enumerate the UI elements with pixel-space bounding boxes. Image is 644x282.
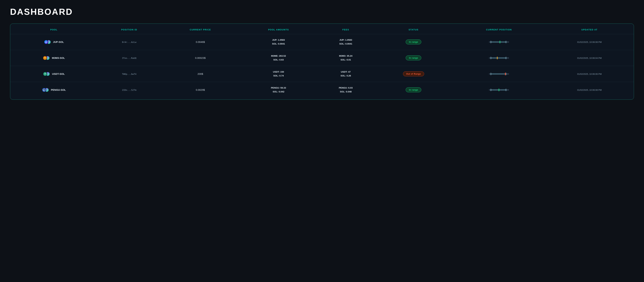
updated-at-2: 01/02/2025, 10:06:06 PM: [545, 66, 634, 82]
pool-amounts-1: M3ME: 263.52 SOL: 0.63: [240, 50, 317, 66]
col-status: STATUS: [374, 25, 453, 34]
pool-amounts-3: PENGU: 59.33 SOL: 0.042: [240, 82, 317, 98]
current-position-0: [453, 34, 545, 50]
fees-1: M3M3: 35.24 SOL: 0.01: [317, 50, 374, 66]
col-pool-amounts: POOL AMOUNTS: [240, 25, 317, 34]
page-title: DASHBOARD: [10, 7, 634, 17]
current-price-3: 0.0029$: [161, 82, 240, 98]
position-id-3: 2IDx...52Tm: [98, 82, 161, 98]
current-position-1: [453, 50, 545, 66]
updated-at-0: 01/02/2025, 10:06:08 PM: [545, 34, 634, 50]
status-3: In range: [374, 82, 453, 98]
position-id-0: 8rAr...AzLw: [98, 34, 161, 50]
pool-name-1: M3M3-SOL: [52, 56, 65, 59]
updated-at-3: 01/02/2025, 10:06:08 PM: [545, 82, 634, 98]
pool-name-3: PENGU-SOL: [51, 88, 66, 91]
current-position-2: [453, 66, 545, 82]
status-badge-1: In range: [406, 55, 421, 60]
table-row: ◈ ◎ JUP-SOL 8rAr...AzLw 0.0046$: [10, 34, 634, 50]
col-current-price: CURRENT PRICE: [161, 25, 240, 34]
col-updated-at: UPDATED AT: [545, 25, 634, 34]
col-position-id: POSITION ID: [98, 25, 161, 34]
status-0: In range: [374, 34, 453, 50]
pool-cell-1: 🐱 ◎ M3M3-SOL: [10, 50, 98, 66]
pool-name-0: JUP-SOL: [53, 41, 64, 43]
fees-3: PENGU: 6.03 SOL: 0.048: [317, 82, 374, 98]
position-id-1: 3Tes...RaUQ: [98, 50, 161, 66]
fees-2: USDT: 47 SOL: 0.26: [317, 66, 374, 82]
table-row: ₮ ◎ USDT-SOL TW6p...bwT4 200$: [10, 66, 634, 82]
status-badge-3: In range: [406, 87, 421, 92]
fees-0: JUP: 1.0583 SOL: 0.0041: [317, 34, 374, 50]
current-price-2: 200$: [161, 66, 240, 82]
pool-amounts-2: USDT: 150 SOL: 0.74: [240, 66, 317, 82]
status-2: Out of Range: [374, 66, 453, 82]
table-row: 🐧 ◎ PENGU-SOL 2IDx...52Tm 0.0029$: [10, 82, 634, 98]
col-fees: FEES: [317, 25, 374, 34]
current-price-1: 0.00023$: [161, 50, 240, 66]
pool-name-2: USDT-SOL: [52, 72, 65, 75]
status-badge-2: Out of Range: [403, 71, 424, 76]
pool-cell-0: ◈ ◎ JUP-SOL: [10, 34, 98, 50]
status-1: In range: [374, 50, 453, 66]
updated-at-1: 01/02/2025, 10:06:04 PM: [545, 50, 634, 66]
status-badge-0: In range: [406, 40, 421, 44]
col-current-position: CURRENT POSITION: [453, 25, 545, 34]
pool-amounts-0: JUP: 1.0583 SOL: 0.0041: [240, 34, 317, 50]
col-pool: POOL: [10, 25, 98, 34]
table-row: 🐱 ◎ M3M3-SOL 3Tes...RaUQ 0.00023$: [10, 50, 634, 66]
main-table-container: POOL POSITION ID CURRENT PRICE POOL AMOU…: [10, 24, 634, 100]
positions-table: POOL POSITION ID CURRENT PRICE POOL AMOU…: [10, 25, 634, 98]
position-id-2: TW6p...bwT4: [98, 66, 161, 82]
pool-cell-3: 🐧 ◎ PENGU-SOL: [10, 82, 98, 98]
pool-cell-2: ₮ ◎ USDT-SOL: [10, 66, 98, 82]
current-price-0: 0.0046$: [161, 34, 240, 50]
current-position-3: [453, 82, 545, 98]
